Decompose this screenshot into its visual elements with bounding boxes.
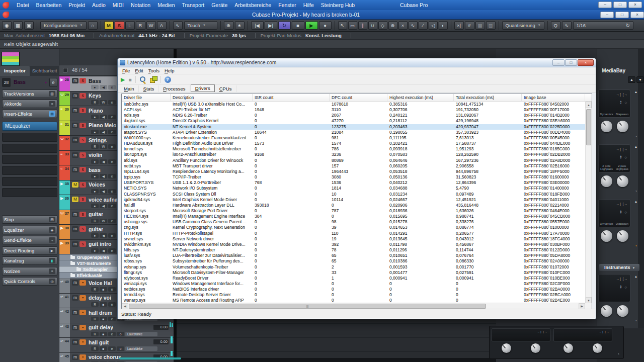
tool-button[interactable]: ∕: [419, 21, 428, 30]
driver-row[interactable]: iusb3xhc.sys Intel(R) USB 3.0 eXtensible…: [122, 102, 592, 107]
driver-row[interactable]: HDAudBus.sys High Definition Audio Bus D…: [122, 141, 592, 146]
transport-button[interactable]: ▶: [305, 21, 318, 30]
track-list-checkbox[interactable]: [63, 68, 67, 72]
insert-effect-slot[interactable]: MEqualizer: [2, 122, 57, 131]
write-automation-button[interactable]: ■: [100, 332, 107, 336]
project-colors-thumbnail[interactable]: [2, 52, 20, 66]
tool-button[interactable]: ∿: [409, 21, 418, 30]
project-close-button[interactable]: ×: [630, 12, 644, 18]
minimize-button[interactable]: –: [598, 2, 612, 8]
start-monitor-button[interactable]: ▶: [121, 76, 125, 83]
driver-row[interactable]: tcpip.sys TCP/IP-Treiber 0 3080 0,050136…: [122, 174, 592, 180]
rack-knob[interactable]: [531, 343, 540, 353]
volume-value[interactable]: 0.00: [153, 325, 169, 330]
snap-button[interactable]: ×|: [454, 21, 464, 30]
fx-bypass-button[interactable]: ▪: [79, 280, 86, 286]
edit-button[interactable]: e: [108, 100, 116, 105]
edit-channel-button[interactable]: e: [49, 78, 57, 87]
inspector-section[interactable]: Send-Effekte →: [2, 236, 57, 244]
mute-button[interactable]: m: [72, 137, 78, 143]
menu-item[interactable]: Bearbeiten: [33, 2, 65, 8]
monitor-button[interactable]: ◀: [100, 248, 107, 253]
solo-button[interactable]: s: [79, 167, 86, 172]
edit-button[interactable]: e: [108, 144, 116, 149]
record-enable-button[interactable]: ●: [91, 174, 99, 178]
snap-button[interactable]: #: [465, 21, 474, 30]
scroll-up-icon[interactable]: ▲: [586, 102, 592, 108]
driver-row[interactable]: netbt.sys MBT Transport driver 0 157 0,0…: [122, 163, 592, 169]
output-routing-icon[interactable]: [→: [623, 277, 628, 281]
edit-button[interactable]: e: [108, 159, 116, 164]
info-value[interactable]: Konst. Leistung: [305, 33, 342, 38]
help-icon[interactable]: ?: [165, 76, 171, 83]
mute-button[interactable]: m: [72, 280, 78, 286]
tool-button[interactable]: ◇: [378, 21, 387, 30]
column-header[interactable]: DPC count: [330, 94, 387, 101]
driver-row[interactable]: usbccgp.sys USB Common Class Generic Par…: [122, 219, 592, 225]
rack-state-icon[interactable]: ◔: [635, 189, 637, 194]
solo-button[interactable]: s: [79, 197, 86, 202]
preset-down-icon[interactable]: ▼: [619, 102, 622, 104]
record-enable-button[interactable]: ●: [91, 204, 99, 208]
monitor-button[interactable]: W: [100, 219, 107, 223]
edit-button[interactable]: e: [108, 287, 116, 292]
driver-row[interactable]: tunnel.sys Microsoft-Tunnelschnittstelle…: [122, 146, 592, 152]
automation-state-button[interactable]: R: [136, 21, 145, 30]
project-maximize-button[interactable]: □: [615, 12, 629, 18]
fx-track-row[interactable]: ↵ 44 m ▪ hall guit 0.00: [59, 338, 174, 353]
empty-insert-slot[interactable]: [2, 188, 57, 197]
driver-row[interactable]: ndis.sys NDIS 6.20-Treiber 0 2067 0,2401…: [122, 113, 592, 118]
automation-state-button[interactable]: L: [125, 21, 135, 30]
solo-button[interactable]: s: [79, 78, 86, 83]
vst-rack-module[interactable]: →] [→ ▲▼◇ ▲ ◔: [598, 274, 640, 324]
tool-button[interactable]: ⊕: [388, 21, 397, 30]
menu-item[interactable]: MIDI: [109, 2, 127, 8]
edit-button[interactable]: e: [108, 204, 116, 208]
record-enable-button[interactable]: ●: [91, 85, 99, 89]
close-button[interactable]: ×: [628, 2, 642, 8]
rack-knob[interactable]: [617, 175, 628, 187]
mute-button[interactable]: m: [72, 152, 78, 158]
inspector-section[interactable]: TrackVersions ▥: [2, 89, 57, 98]
read-automation-button[interactable]: R: [91, 332, 99, 336]
latencymon-tab[interactable]: Processes: [159, 85, 190, 92]
minimize-button[interactable]: –: [552, 59, 565, 66]
monitor-button[interactable]: ◀: [100, 85, 107, 89]
vst-rack-module[interactable]: →] [→ ▲▼◇ DynamicsDiapason ▲ ◔: [598, 199, 640, 249]
transport-button[interactable]: ■: [292, 21, 304, 30]
tool-button[interactable]: ↖: [338, 21, 347, 30]
tool-button[interactable]: ◁: [429, 21, 438, 30]
volume-parameter-label[interactable]: Lautstärke: [125, 332, 157, 336]
driver-row[interactable]: storport.sys Microsoft Storage Port Driv…: [122, 208, 592, 214]
monitor-button[interactable]: W: [100, 144, 107, 149]
mute-button[interactable]: m: [72, 123, 78, 128]
project-minimize-button[interactable]: –: [600, 12, 614, 18]
empty-insert-slot[interactable]: [2, 166, 57, 175]
menu-item[interactable]: Projekt: [65, 2, 89, 8]
rack-knob[interactable]: [593, 343, 602, 353]
option-button[interactable]: o: [117, 332, 124, 336]
monitor-button[interactable]: W: [100, 100, 107, 105]
edit-button[interactable]: e: [108, 189, 116, 194]
column-header[interactable]: Description: [171, 94, 253, 101]
workspace-button[interactable]: ⌂: [88, 21, 98, 30]
empty-insert-slot[interactable]: [2, 177, 57, 186]
transport-button[interactable]: ●: [319, 21, 332, 30]
horizontal-scrollbar[interactable]: [119, 357, 181, 359]
snap-button[interactable]: ▧: [486, 21, 496, 30]
vst-rack-module[interactable]: →] [→ ▲▼◇ 2 pole Highpass2 pole Highpass…: [598, 144, 640, 195]
read-automation-button[interactable]: R: [91, 302, 99, 307]
monitor-button[interactable]: ◀: [100, 115, 107, 119]
driver-row[interactable]: ACPI.sys ACPI-Treiber für NT 1948 3110 0…: [122, 107, 592, 113]
tool-button[interactable]: ∥: [358, 21, 367, 30]
fx-bypass-button[interactable]: ▪: [79, 354, 86, 360]
preset-down-icon[interactable]: ▼: [619, 212, 622, 214]
toolbar-icon-button[interactable]: ▦: [13, 21, 23, 30]
solo-button[interactable]: s: [79, 241, 86, 247]
input-routing-icon[interactable]: →]: [616, 277, 621, 281]
tool-button[interactable]: ◐: [439, 21, 448, 30]
volume-value[interactable]: 0.00: [153, 339, 169, 344]
close-button[interactable]: ×: [578, 59, 594, 66]
scroll-down-button[interactable]: ▼: [636, 76, 644, 83]
quantize-value-dropdown[interactable]: 1/16↻: [573, 21, 633, 30]
